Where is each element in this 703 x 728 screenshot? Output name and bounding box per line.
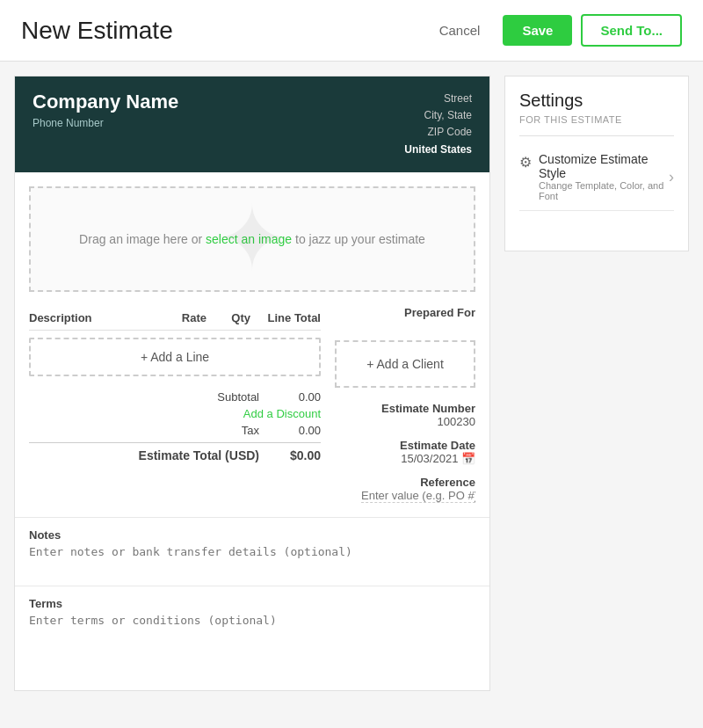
company-header: Company Name Phone Number Street City, S… [15,76,489,172]
settings-panel: Settings FOR THIS ESTIMATE ⚙ Customize E… [504,76,689,251]
customize-style-left: ⚙ Customize Estimate Style Change Templa… [519,152,669,201]
cancel-button[interactable]: Cancel [425,16,495,45]
estimate-number-label: Estimate Number [335,402,475,415]
estimate-date-value: 15/03/2021 📅 [335,452,475,465]
customize-style-text: Customize Estimate Style Change Template… [539,152,669,201]
col-total: Line Total [250,311,321,324]
line-items-right: Prepared For + Add a Client Estimate Num… [335,306,475,503]
send-button[interactable]: Send To... [581,14,682,47]
page-title: New Estimate [21,17,173,45]
total-row: Estimate Total (USD) $0.00 [29,442,321,462]
settings-title: Settings [519,91,674,111]
estimate-number-value: 100230 [335,415,475,428]
company-info: Company Name Phone Number [33,91,178,129]
image-dropzone[interactable]: ✦ Drag an image here or select an image … [29,186,475,292]
header: New Estimate Cancel Save Send To... [0,0,703,62]
reference-label: Reference [335,476,475,489]
subtotal-label: Subtotal [217,390,259,404]
main-layout: Company Name Phone Number Street City, S… [0,62,703,705]
total-value: $0.00 [277,448,321,462]
estimate-meta: Estimate Number 100230 Estimate Date 15/… [335,402,475,503]
select-image-link[interactable]: select an image [206,232,292,246]
notes-input[interactable] [29,545,475,571]
address-country: United States [404,142,472,158]
estimate-date-label: Estimate Date [335,439,475,452]
reference-input[interactable] [361,489,475,503]
line-items-left: Description Rate Qty Line Total + Add a … [29,306,321,503]
settings-item-divider [519,210,674,211]
calendar-icon[interactable]: 📅 [461,452,475,465]
customize-style-item[interactable]: ⚙ Customize Estimate Style Change Templa… [519,147,674,207]
dropzone-text: Drag an image here or select an image to… [79,232,425,246]
subtotal-value: 0.00 [277,390,321,404]
line-table-header: Description Rate Qty Line Total [29,306,321,331]
estimate-panel: Company Name Phone Number Street City, S… [14,76,490,691]
company-phone: Phone Number [33,117,178,129]
address-city: City, State [404,107,472,124]
col-rate: Rate [136,311,207,324]
chevron-right-icon: › [669,168,674,186]
prepared-for-title: Prepared For [335,306,475,319]
add-line-button[interactable]: + Add a Line [29,338,321,376]
terms-input[interactable] [29,614,475,640]
terms-label: Terms [29,597,475,610]
discount-row: Add a Discount [29,407,321,420]
terms-section: Terms [15,586,489,654]
tax-label: Tax [242,424,259,437]
header-actions: Cancel Save Send To... [425,14,682,47]
tax-value: 0.00 [277,424,321,437]
settings-subtitle: FOR THIS ESTIMATE [519,114,674,125]
tax-row: Tax 0.00 [29,424,321,437]
notes-label: Notes [29,528,475,542]
company-address: Street City, State ZIP Code United State… [404,91,472,158]
settings-divider [519,135,674,136]
address-zip: ZIP Code [404,124,472,141]
total-label: Estimate Total (USD) [139,448,259,462]
save-button[interactable]: Save [503,15,572,46]
add-discount-link[interactable]: Add a Discount [243,407,321,420]
add-client-button[interactable]: + Add a Client [366,357,444,371]
company-name: Company Name [33,91,178,113]
totals-section: Subtotal 0.00 Add a Discount Tax 0.00 Es… [29,390,321,462]
reference-value [335,489,475,503]
customize-style-subtitle: Change Template, Color, and Font [539,180,669,201]
address-street: Street [404,91,472,107]
prepared-for-box[interactable]: + Add a Client [335,340,475,388]
customize-style-title: Customize Estimate Style [539,152,669,180]
notes-section: Notes [15,517,489,586]
line-items-section: Description Rate Qty Line Total + Add a … [15,306,489,517]
subtotal-row: Subtotal 0.00 [29,390,321,404]
col-qty: Qty [207,311,250,324]
discount-label: Add a Discount [243,407,321,420]
col-description: Description [29,311,136,324]
customize-style-icon: ⚙ [519,154,532,171]
